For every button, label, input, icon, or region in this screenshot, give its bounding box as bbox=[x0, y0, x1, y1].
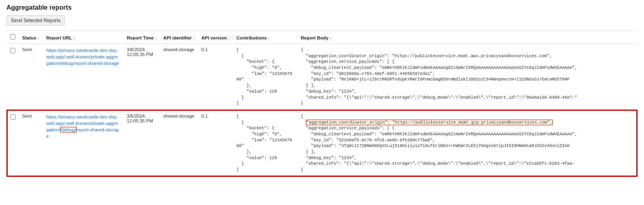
row2-report-time: 3/6/2024, 12:05:35 PM bbox=[124, 110, 160, 176]
row2-api-version: 0.1 bbox=[198, 110, 233, 176]
row1-report-body: { "aggregation_coordinator_origin": "htt… bbox=[297, 44, 637, 110]
url-debug-highlight: /debug/ bbox=[60, 127, 76, 133]
select-all-checkbox[interactable] bbox=[10, 34, 15, 39]
row1-report-url: https://privacy-sandcastle-dev-dsp.web.a… bbox=[43, 44, 124, 110]
row2-report-url: https://privacy-sandcastle-dev-dsp.web.a… bbox=[43, 110, 124, 176]
status-sort-icon: ↕ bbox=[37, 36, 39, 40]
row1-report-time: 3/6/2024, 12:05:35 PM bbox=[124, 44, 160, 110]
header-report-body[interactable]: Report Body ↕ bbox=[297, 31, 637, 44]
row1-checkbox-cell bbox=[7, 44, 19, 110]
row1-api-version: 0.1 bbox=[198, 44, 233, 110]
table-header-row: Status ↕ Report URL ↕ Report Time ↕ API … bbox=[7, 31, 637, 44]
page-container: Aggregatable reports Send Selected Repor… bbox=[0, 0, 644, 181]
header-api-version[interactable]: API version ↕ bbox=[198, 31, 233, 44]
row2-checkbox-cell bbox=[7, 110, 19, 176]
table-row: Sent https://privacy-sandcastle-dev-dsp.… bbox=[7, 110, 637, 176]
row2-report-body: { "aggregation_coordinator_origin": "htt… bbox=[297, 110, 637, 176]
api-id-sort-icon: ↕ bbox=[193, 36, 195, 40]
time-sort-icon: ↕ bbox=[155, 36, 157, 40]
table-row: Sent https://privacy-sandcastle-dev-dsp.… bbox=[7, 44, 637, 110]
url-sort-icon: ↕ bbox=[73, 36, 75, 40]
header-report-time[interactable]: Report Time ↕ bbox=[124, 31, 160, 44]
page-title: Aggregatable reports bbox=[6, 4, 638, 11]
header-api-identifier[interactable]: API identifier ↕ bbox=[160, 31, 198, 44]
row2-api-identifier: shared-storage bbox=[160, 110, 198, 176]
reports-table: Status ↕ Report URL ↕ Report Time ↕ API … bbox=[6, 31, 638, 177]
row2-status: Sent bbox=[19, 110, 43, 176]
row2-contributions: [ { "bucket": { "high": "0", "low": "123… bbox=[233, 110, 297, 176]
row2-checkbox[interactable] bbox=[10, 114, 16, 120]
row1-contributions: [ { "bucket": { "high": "0", "low": "123… bbox=[233, 44, 297, 110]
row1-status: Sent bbox=[19, 44, 43, 110]
header-contributions[interactable]: Contributions ↕ bbox=[233, 31, 297, 44]
table-wrapper: Status ↕ Report URL ↕ Report Time ↕ API … bbox=[6, 31, 638, 177]
highlighted-body-line: "aggregation_coordinator_origin": "https… bbox=[306, 120, 553, 125]
send-selected-reports-button[interactable]: Send Selected Reports bbox=[6, 15, 65, 26]
row1-api-identifier: shared-storage bbox=[160, 44, 198, 110]
row1-url-link[interactable]: https://privacy-sandcastle-dev-dsp.web.a… bbox=[46, 48, 119, 66]
row1-checkbox[interactable] bbox=[10, 48, 15, 53]
contrib-sort-icon: ↕ bbox=[268, 36, 270, 40]
row2-url-link[interactable]: https://privacy-sandcastle-dev-dsp.web.a… bbox=[46, 114, 119, 139]
header-report-url[interactable]: Report URL ↕ bbox=[43, 31, 124, 44]
body-sort-icon: ↕ bbox=[330, 36, 332, 40]
header-checkbox bbox=[7, 31, 19, 44]
api-ver-sort-icon: ↕ bbox=[228, 36, 230, 40]
header-status[interactable]: Status ↕ bbox=[19, 31, 43, 44]
toolbar: Send Selected Reports bbox=[6, 15, 638, 26]
row2-body-text: { "aggregation_coordinator_origin": "htt… bbox=[301, 114, 634, 173]
